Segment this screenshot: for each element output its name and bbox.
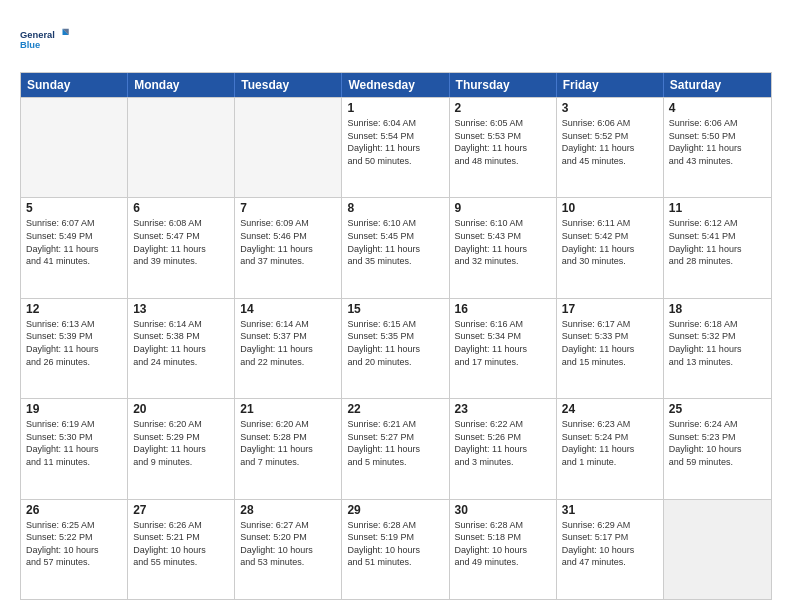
- header: General Blue: [20, 18, 772, 62]
- day-number: 16: [455, 302, 551, 316]
- svg-text:General: General: [20, 30, 55, 40]
- day-number: 29: [347, 503, 443, 517]
- day-number: 22: [347, 402, 443, 416]
- day-cell-23: 23Sunrise: 6:22 AM Sunset: 5:26 PM Dayli…: [450, 399, 557, 498]
- weekday-header-monday: Monday: [128, 73, 235, 97]
- day-text: Sunrise: 6:13 AM Sunset: 5:39 PM Dayligh…: [26, 318, 122, 368]
- empty-cell: [21, 98, 128, 197]
- day-number: 23: [455, 402, 551, 416]
- day-cell-15: 15Sunrise: 6:15 AM Sunset: 5:35 PM Dayli…: [342, 299, 449, 398]
- day-text: Sunrise: 6:06 AM Sunset: 5:50 PM Dayligh…: [669, 117, 766, 167]
- day-text: Sunrise: 6:04 AM Sunset: 5:54 PM Dayligh…: [347, 117, 443, 167]
- day-text: Sunrise: 6:12 AM Sunset: 5:41 PM Dayligh…: [669, 217, 766, 267]
- day-number: 17: [562, 302, 658, 316]
- weekday-header-saturday: Saturday: [664, 73, 771, 97]
- day-number: 6: [133, 201, 229, 215]
- day-number: 8: [347, 201, 443, 215]
- weekday-header-thursday: Thursday: [450, 73, 557, 97]
- day-cell-5: 5Sunrise: 6:07 AM Sunset: 5:49 PM Daylig…: [21, 198, 128, 297]
- day-cell-2: 2Sunrise: 6:05 AM Sunset: 5:53 PM Daylig…: [450, 98, 557, 197]
- day-text: Sunrise: 6:15 AM Sunset: 5:35 PM Dayligh…: [347, 318, 443, 368]
- day-number: 2: [455, 101, 551, 115]
- empty-cell: [128, 98, 235, 197]
- day-cell-7: 7Sunrise: 6:09 AM Sunset: 5:46 PM Daylig…: [235, 198, 342, 297]
- day-number: 19: [26, 402, 122, 416]
- day-text: Sunrise: 6:16 AM Sunset: 5:34 PM Dayligh…: [455, 318, 551, 368]
- day-text: Sunrise: 6:07 AM Sunset: 5:49 PM Dayligh…: [26, 217, 122, 267]
- day-number: 4: [669, 101, 766, 115]
- day-text: Sunrise: 6:09 AM Sunset: 5:46 PM Dayligh…: [240, 217, 336, 267]
- day-number: 26: [26, 503, 122, 517]
- day-text: Sunrise: 6:14 AM Sunset: 5:38 PM Dayligh…: [133, 318, 229, 368]
- day-cell-24: 24Sunrise: 6:23 AM Sunset: 5:24 PM Dayli…: [557, 399, 664, 498]
- day-text: Sunrise: 6:21 AM Sunset: 5:27 PM Dayligh…: [347, 418, 443, 468]
- day-cell-6: 6Sunrise: 6:08 AM Sunset: 5:47 PM Daylig…: [128, 198, 235, 297]
- day-number: 20: [133, 402, 229, 416]
- day-number: 5: [26, 201, 122, 215]
- day-cell-17: 17Sunrise: 6:17 AM Sunset: 5:33 PM Dayli…: [557, 299, 664, 398]
- day-cell-25: 25Sunrise: 6:24 AM Sunset: 5:23 PM Dayli…: [664, 399, 771, 498]
- day-text: Sunrise: 6:24 AM Sunset: 5:23 PM Dayligh…: [669, 418, 766, 468]
- day-number: 31: [562, 503, 658, 517]
- day-number: 7: [240, 201, 336, 215]
- day-number: 14: [240, 302, 336, 316]
- day-number: 3: [562, 101, 658, 115]
- day-cell-29: 29Sunrise: 6:28 AM Sunset: 5:19 PM Dayli…: [342, 500, 449, 599]
- weekday-header-tuesday: Tuesday: [235, 73, 342, 97]
- calendar-header-row: SundayMondayTuesdayWednesdayThursdayFrid…: [21, 73, 771, 97]
- day-text: Sunrise: 6:26 AM Sunset: 5:21 PM Dayligh…: [133, 519, 229, 569]
- day-number: 24: [562, 402, 658, 416]
- day-cell-16: 16Sunrise: 6:16 AM Sunset: 5:34 PM Dayli…: [450, 299, 557, 398]
- day-number: 9: [455, 201, 551, 215]
- day-cell-1: 1Sunrise: 6:04 AM Sunset: 5:54 PM Daylig…: [342, 98, 449, 197]
- day-text: Sunrise: 6:05 AM Sunset: 5:53 PM Dayligh…: [455, 117, 551, 167]
- logo-svg: General Blue: [20, 18, 70, 62]
- day-number: 12: [26, 302, 122, 316]
- day-text: Sunrise: 6:10 AM Sunset: 5:45 PM Dayligh…: [347, 217, 443, 267]
- day-number: 30: [455, 503, 551, 517]
- day-text: Sunrise: 6:10 AM Sunset: 5:43 PM Dayligh…: [455, 217, 551, 267]
- svg-text:Blue: Blue: [20, 40, 40, 50]
- calendar-row-0: 1Sunrise: 6:04 AM Sunset: 5:54 PM Daylig…: [21, 97, 771, 197]
- day-number: 21: [240, 402, 336, 416]
- day-cell-12: 12Sunrise: 6:13 AM Sunset: 5:39 PM Dayli…: [21, 299, 128, 398]
- day-cell-31: 31Sunrise: 6:29 AM Sunset: 5:17 PM Dayli…: [557, 500, 664, 599]
- day-cell-3: 3Sunrise: 6:06 AM Sunset: 5:52 PM Daylig…: [557, 98, 664, 197]
- day-text: Sunrise: 6:22 AM Sunset: 5:26 PM Dayligh…: [455, 418, 551, 468]
- calendar: SundayMondayTuesdayWednesdayThursdayFrid…: [20, 72, 772, 600]
- day-number: 28: [240, 503, 336, 517]
- empty-cell: [235, 98, 342, 197]
- day-text: Sunrise: 6:23 AM Sunset: 5:24 PM Dayligh…: [562, 418, 658, 468]
- day-text: Sunrise: 6:06 AM Sunset: 5:52 PM Dayligh…: [562, 117, 658, 167]
- day-text: Sunrise: 6:17 AM Sunset: 5:33 PM Dayligh…: [562, 318, 658, 368]
- day-cell-27: 27Sunrise: 6:26 AM Sunset: 5:21 PM Dayli…: [128, 500, 235, 599]
- day-text: Sunrise: 6:11 AM Sunset: 5:42 PM Dayligh…: [562, 217, 658, 267]
- day-text: Sunrise: 6:19 AM Sunset: 5:30 PM Dayligh…: [26, 418, 122, 468]
- calendar-row-4: 26Sunrise: 6:25 AM Sunset: 5:22 PM Dayli…: [21, 499, 771, 599]
- day-number: 15: [347, 302, 443, 316]
- day-number: 18: [669, 302, 766, 316]
- day-number: 11: [669, 201, 766, 215]
- day-cell-11: 11Sunrise: 6:12 AM Sunset: 5:41 PM Dayli…: [664, 198, 771, 297]
- day-cell-30: 30Sunrise: 6:28 AM Sunset: 5:18 PM Dayli…: [450, 500, 557, 599]
- weekday-header-wednesday: Wednesday: [342, 73, 449, 97]
- calendar-page: General Blue SundayMondayTuesdayWednesda…: [0, 0, 792, 612]
- day-cell-13: 13Sunrise: 6:14 AM Sunset: 5:38 PM Dayli…: [128, 299, 235, 398]
- day-cell-20: 20Sunrise: 6:20 AM Sunset: 5:29 PM Dayli…: [128, 399, 235, 498]
- empty-cell: [664, 500, 771, 599]
- weekday-header-friday: Friday: [557, 73, 664, 97]
- day-text: Sunrise: 6:20 AM Sunset: 5:28 PM Dayligh…: [240, 418, 336, 468]
- day-cell-21: 21Sunrise: 6:20 AM Sunset: 5:28 PM Dayli…: [235, 399, 342, 498]
- weekday-header-sunday: Sunday: [21, 73, 128, 97]
- day-cell-22: 22Sunrise: 6:21 AM Sunset: 5:27 PM Dayli…: [342, 399, 449, 498]
- day-cell-4: 4Sunrise: 6:06 AM Sunset: 5:50 PM Daylig…: [664, 98, 771, 197]
- day-cell-8: 8Sunrise: 6:10 AM Sunset: 5:45 PM Daylig…: [342, 198, 449, 297]
- day-number: 13: [133, 302, 229, 316]
- logo: General Blue: [20, 18, 70, 62]
- day-text: Sunrise: 6:28 AM Sunset: 5:18 PM Dayligh…: [455, 519, 551, 569]
- day-text: Sunrise: 6:25 AM Sunset: 5:22 PM Dayligh…: [26, 519, 122, 569]
- calendar-row-3: 19Sunrise: 6:19 AM Sunset: 5:30 PM Dayli…: [21, 398, 771, 498]
- day-cell-14: 14Sunrise: 6:14 AM Sunset: 5:37 PM Dayli…: [235, 299, 342, 398]
- day-cell-26: 26Sunrise: 6:25 AM Sunset: 5:22 PM Dayli…: [21, 500, 128, 599]
- day-cell-19: 19Sunrise: 6:19 AM Sunset: 5:30 PM Dayli…: [21, 399, 128, 498]
